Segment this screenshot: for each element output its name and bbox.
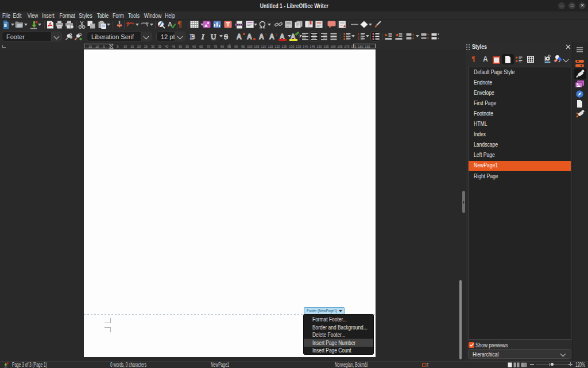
svg-text:3: 3 (358, 38, 359, 41)
